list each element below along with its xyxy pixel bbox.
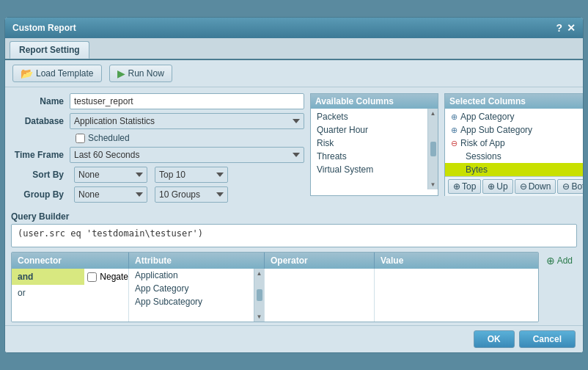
dialog-title-text: Custom Report [12, 23, 76, 33]
run-icon: ▶ [117, 68, 125, 79]
query-builder-label: Query Builder [11, 209, 577, 224]
attribute-header: Attribute [129, 253, 265, 269]
operator-column [265, 269, 375, 322]
close-icon[interactable]: ✕ [567, 22, 576, 34]
available-columns-list-panel: Available Columns Packets Quarter Hour R… [310, 93, 438, 196]
scroll-down-arrow[interactable]: ▼ [430, 181, 436, 188]
load-icon: 📂 [21, 68, 33, 79]
sort-by-select[interactable]: None [74, 167, 147, 183]
attribute-scrollbar[interactable]: ▲ ▼ [254, 269, 264, 322]
down-arrow-icon: ⊖ [520, 181, 527, 192]
negate-cell: Negate [84, 269, 128, 285]
scroll-down-arrow[interactable]: ▼ [257, 313, 262, 320]
bottom-button[interactable]: ⊖ Bottom [557, 179, 584, 194]
down-button[interactable]: ⊖ Down [515, 179, 556, 194]
form-section: Name Database Application Statistics Sch… [11, 93, 304, 203]
attribute-column: Application App Category App Subcategory… [129, 269, 265, 322]
list-item[interactable]: ⊕ App Category [445, 110, 584, 123]
name-label: Name [11, 96, 70, 106]
database-label: Database [11, 116, 70, 126]
selected-columns-panel: Selected Columns ⊕ App Category ⊕ App Su… [444, 93, 584, 206]
list-item[interactable]: Quarter Hour [311, 123, 427, 137]
group-by-label: Group By [11, 189, 70, 200]
top-arrow-icon: ⊕ [453, 181, 460, 192]
query-builder-section: Query Builder (user.src eq 'testdomain\t… [5, 206, 583, 325]
custom-report-dialog: Custom Report ? ✕ Report Setting 📂 Load … [4, 17, 584, 353]
sort-by-label: Sort By [11, 170, 70, 180]
list-item[interactable]: Sessions [445, 150, 584, 163]
list-item[interactable]: Bytes [445, 163, 584, 176]
bottom-arrow-icon: ⊖ [562, 181, 570, 192]
operator-header: Operator [265, 253, 375, 269]
run-now-button[interactable]: ▶ Run Now [109, 65, 172, 82]
sort-by-row: Sort By None Top 10 [11, 167, 304, 183]
group-by-select[interactable]: None [74, 186, 147, 203]
scheduled-checkbox-label: Scheduled [76, 133, 130, 143]
up-arrow-icon: ⊕ [488, 181, 495, 192]
plus-icon: ⊕ [451, 112, 457, 122]
list-item[interactable]: App Subcategory [129, 295, 254, 308]
time-frame-row: Time Frame Last 60 Seconds [11, 147, 304, 163]
query-box[interactable]: (user.src eq 'testdomain\testuser') [11, 224, 577, 247]
plus-icon: ⊕ [451, 126, 457, 135]
panels-row: Name Database Application Statistics Sch… [5, 87, 583, 206]
value-column [375, 269, 538, 322]
list-item[interactable]: App Category [129, 282, 254, 295]
available-columns-list: Packets Quarter Hour Risk Threats Virtua… [311, 109, 427, 189]
scroll-up-arrow[interactable]: ▲ [257, 270, 262, 277]
add-icon: ⊕ [546, 255, 555, 266]
scheduled-checkbox[interactable] [76, 134, 85, 143]
top-button[interactable]: ⊕ Top [448, 179, 481, 194]
name-input[interactable] [70, 93, 304, 109]
available-columns-title: Available Columns [311, 94, 438, 109]
sort-direction-select[interactable]: Top 10 [155, 167, 228, 183]
connector-and-row: and Negate [12, 269, 128, 285]
selected-columns-title: Selected Columns [445, 94, 584, 109]
query-table-header: Connector Attribute Operator Value [12, 253, 538, 269]
dialog-title-bar: Custom Report ? ✕ [5, 18, 583, 38]
database-row: Database Application Statistics [11, 113, 304, 129]
list-item[interactable]: ⊕ App Sub Category [445, 123, 584, 137]
dialog-footer: OK Cancel [5, 325, 583, 352]
list-item[interactable]: Threats [311, 150, 427, 163]
scheduled-row: Scheduled [11, 133, 304, 143]
list-item[interactable]: Virtual System [311, 163, 427, 176]
attribute-list: Application App Category App Subcategory [129, 269, 254, 322]
add-button-area: ⊕ Add [542, 252, 577, 322]
up-button[interactable]: ⊕ Up [482, 179, 512, 194]
database-select[interactable]: Application Statistics [70, 113, 304, 129]
column-move-buttons: ⊕ Top ⊕ Up ⊖ Down ⊖ Bottom [445, 176, 584, 196]
load-template-button[interactable]: 📂 Load Template [12, 65, 102, 82]
toolbar: 📂 Load Template ▶ Run Now [5, 60, 583, 87]
minus-icon: ⊖ [451, 139, 457, 148]
list-item[interactable]: Packets [311, 110, 427, 123]
cancel-button[interactable]: Cancel [519, 330, 576, 348]
connector-header: Connector [12, 253, 129, 269]
tab-bar: Report Setting [5, 38, 583, 60]
add-button[interactable]: ⊕ Add [546, 255, 573, 266]
scroll-up-arrow[interactable]: ▲ [430, 110, 436, 117]
tab-report-setting[interactable]: Report Setting [10, 41, 89, 59]
time-frame-select[interactable]: Last 60 Seconds [70, 147, 304, 163]
connector-and[interactable]: and [12, 269, 84, 285]
time-frame-label: Time Frame [11, 150, 70, 160]
list-item[interactable]: Risk [311, 137, 427, 150]
value-header: Value [375, 253, 538, 269]
query-table-body: and Negate or [12, 269, 538, 322]
available-scrollbar[interactable]: ▲ ▼ [427, 109, 438, 189]
help-icon[interactable]: ? [556, 22, 562, 34]
connector-column: and Negate or [12, 269, 129, 322]
query-table-area: Connector Attribute Operator Value [11, 252, 577, 322]
negate-checkbox[interactable] [87, 272, 97, 282]
connector-or[interactable]: or [12, 285, 128, 301]
scroll-thumb [430, 142, 436, 156]
ok-button[interactable]: OK [474, 330, 515, 348]
group-count-select[interactable]: 10 Groups [155, 186, 228, 203]
list-item[interactable]: ⊖ Risk of App [445, 137, 584, 150]
available-columns-panel: Available Columns Packets Quarter Hour R… [310, 93, 438, 206]
selected-columns-list: ⊕ App Category ⊕ App Sub Category ⊖ Risk… [445, 109, 584, 176]
group-by-row: Group By None 10 Groups [11, 186, 304, 203]
selected-columns-list-panel: Selected Columns ⊕ App Category ⊕ App Su… [444, 93, 584, 196]
list-item[interactable]: Application [129, 269, 254, 282]
name-row: Name [11, 93, 304, 109]
